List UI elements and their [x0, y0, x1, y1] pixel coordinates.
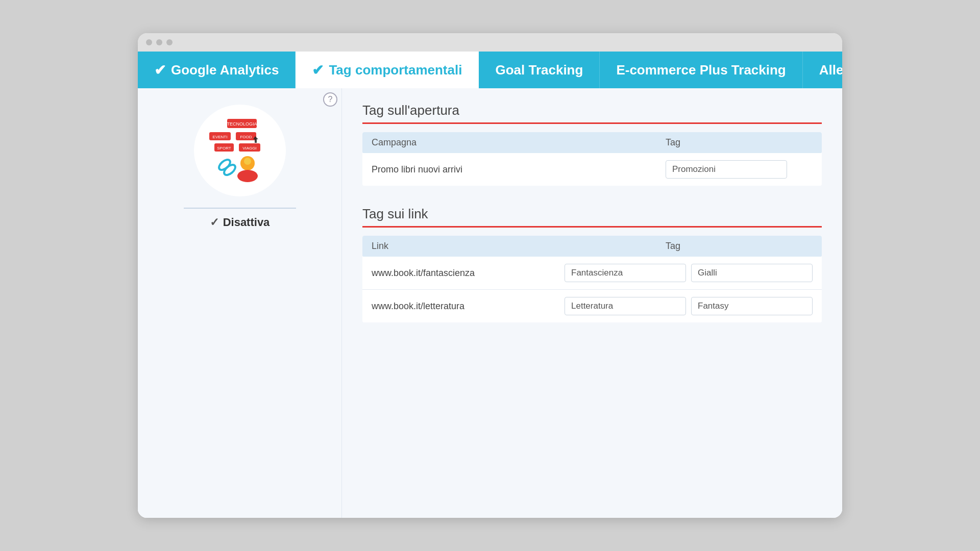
tag-link-divider [362, 226, 822, 228]
svg-text:FOOD: FOOD [240, 135, 252, 139]
tag-link-input-1b[interactable] [691, 264, 813, 282]
tag-link-input-2a[interactable] [565, 297, 686, 315]
tab-google-analytics-label: Google Analytics [171, 62, 279, 78]
browser-dot-3 [166, 39, 173, 45]
check-disattiva-icon: ✓ [210, 216, 219, 229]
browser-content: ✔ Google Analytics ✔ Tag comportamentali… [138, 52, 842, 518]
tag-apertura-title: Tag sull'apertura [362, 103, 822, 118]
svg-point-14 [237, 170, 258, 182]
browser-dot-2 [156, 39, 162, 45]
tab-bar: ✔ Google Analytics ✔ Tag comportamentali… [138, 52, 842, 88]
svg-text:EVENTI: EVENTI [212, 135, 227, 139]
tag-link-input-1a[interactable] [565, 264, 686, 282]
sidebar-divider [184, 208, 296, 209]
tab-tag-comportamentali[interactable]: ✔ Tag comportamentali [296, 52, 479, 88]
tag-field-1 [666, 160, 813, 179]
svg-text:SPORT: SPORT [217, 146, 231, 151]
tag-apertura-table: Campagna Tag Promo libri nuovi arrivi [362, 132, 822, 186]
sidebar-illustration: TECNOLOGIA EVENTI FOOD SPORT VIAGGI [199, 110, 281, 191]
tag-link-fields-2 [565, 297, 813, 315]
browser-top-bar [138, 33, 842, 52]
col-tag-header: Tag [666, 137, 813, 148]
col-link-tag-header: Tag [666, 241, 813, 252]
browser-dot-1 [146, 39, 152, 45]
table-row: www.book.it/letteratura [362, 290, 822, 322]
tag-link-title: Tag sui link [362, 206, 822, 222]
tag-apertura-divider [362, 122, 822, 124]
svg-point-12 [222, 163, 237, 177]
tab-allegati-label: Allegati [819, 62, 842, 78]
help-icon[interactable]: ? [323, 92, 337, 107]
sidebar-illustration-container: TECNOLOGIA EVENTI FOOD SPORT VIAGGI [194, 105, 286, 196]
disattiva-label: Disattiva [223, 216, 270, 229]
svg-text:VIAGGI: VIAGGI [242, 146, 257, 151]
tab-goal-tracking-label: Goal Tracking [495, 62, 583, 78]
col-link-header: Link [372, 241, 666, 252]
tag-apertura-input-1[interactable] [666, 160, 787, 179]
disattiva-button[interactable]: ✓ Disattiva [210, 216, 270, 229]
campagna-label-1: Promo libri nuovi arrivi [372, 164, 666, 175]
check-icon-tag-comportamentali: ✔ [312, 62, 324, 79]
sidebar: TECNOLOGIA EVENTI FOOD SPORT VIAGGI [138, 88, 342, 518]
tab-ecommerce-plus[interactable]: E-commerce Plus Tracking [600, 52, 802, 88]
section-gap [362, 190, 822, 206]
check-icon-google-analytics: ✔ [154, 62, 166, 79]
tag-link-header-row: Link Tag [362, 236, 822, 257]
svg-point-15 [244, 158, 251, 165]
content-area: Tag sull'apertura Campagna Tag Promo lib… [342, 88, 842, 518]
link-label-1: www.book.it/fantascienza [372, 268, 565, 279]
table-row: www.book.it/fantascienza [362, 257, 822, 290]
tag-link-input-2b[interactable] [691, 297, 813, 315]
table-row: Promo libri nuovi arrivi [362, 153, 822, 186]
tab-allegati[interactable]: Allegati [803, 52, 842, 88]
col-campagna-header: Campagna [372, 137, 666, 148]
link-label-2: www.book.it/letteratura [372, 301, 565, 312]
tag-apertura-header-row: Campagna Tag [362, 132, 822, 153]
browser-frame: ✔ Google Analytics ✔ Tag comportamentali… [138, 33, 842, 518]
tag-link-table: Link Tag www.book.it/fantascienza www.bo… [362, 236, 822, 322]
tag-link-fields-1 [565, 264, 813, 282]
tab-tag-comportamentali-label: Tag comportamentali [329, 62, 462, 78]
svg-text:TECNOLOGIA: TECNOLOGIA [227, 121, 257, 127]
tab-ecommerce-plus-label: E-commerce Plus Tracking [616, 62, 786, 78]
main-area: TECNOLOGIA EVENTI FOOD SPORT VIAGGI [138, 88, 842, 518]
tab-goal-tracking[interactable]: Goal Tracking [479, 52, 600, 88]
tab-google-analytics[interactable]: ✔ Google Analytics [138, 52, 296, 88]
